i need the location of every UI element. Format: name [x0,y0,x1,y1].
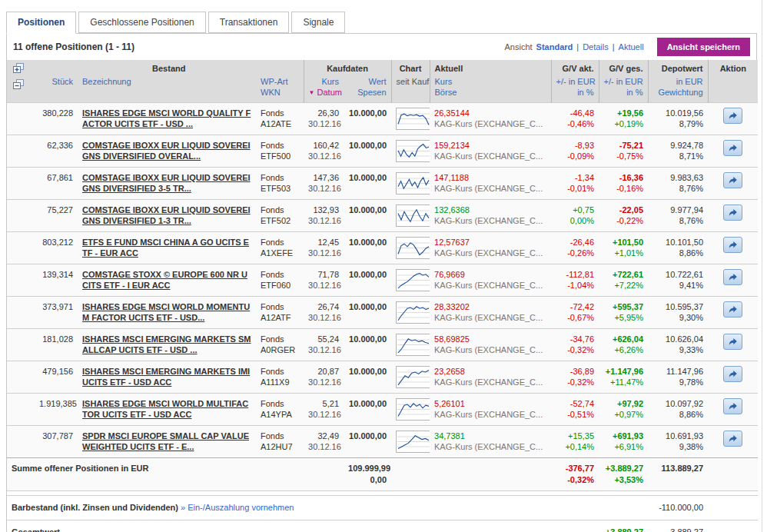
position-name-link[interactable]: COMSTAGE IBOXX EUR LIQUID SOVEREIGNS DIV… [82,204,251,226]
exchange-label: KAG-Kurs (EXCHANGE_C... [434,344,546,355]
sort-datum[interactable]: ▼ Datum [309,87,340,98]
depot-value: 10.722,61 [652,269,703,280]
position-wkn: A12HU7 [261,441,299,452]
row-icon-cell [7,168,35,200]
position-shares: 181,028 [35,329,78,361]
current-price: 132,6368 [434,204,546,215]
position-name-link[interactable]: ISHARES EDGE MSCI WORLD MULTIFACTOR UCIT… [82,398,251,420]
action-button[interactable] [723,172,742,188]
forward-arrow-icon [728,434,738,444]
gv-ges-pct: +11,47% [603,377,643,387]
view-details-link[interactable]: Details [583,42,609,52]
position-shares: 1.919,385 [35,394,78,426]
position-shares: 139,314 [35,264,78,297]
tab-transaktionen[interactable]: Transaktionen [208,12,290,33]
gv-akt-eur: -46,48 [556,108,594,118]
view-standard-link[interactable]: Standard [536,42,573,52]
gv-ges-eur: +19,56 [603,108,643,118]
position-wkn: A111X9 [261,377,299,387]
action-button[interactable] [723,237,742,253]
sort-desc-icon: ▼ [309,89,315,96]
depot-value: 10.626,04 [652,334,703,344]
col-stueck: Stück [39,76,73,87]
tab-geschlossene-positionen[interactable]: Geschlossene Positionen [78,12,205,33]
position-name-link[interactable]: ISHARES EDGE MSCI WORLD QUALITY FACTOR U… [82,108,251,129]
expand-all-icon[interactable] [13,63,30,74]
col-gvakt-eur: +/- in EUR [556,76,594,87]
summary-gv-ges-pct: +3,53% [603,474,643,486]
depot-value: 10.101,50 [652,237,703,248]
depot-weight: 9,33% [652,344,703,355]
action-button[interactable] [723,140,742,156]
gv-akt-pct: -0,32% [556,377,594,387]
position-row: 67,861 COMSTAGE IBOXX EUR LIQUID SOVEREI… [7,168,758,200]
sparkline-chart [396,237,431,259]
action-button[interactable] [723,108,742,124]
action-button[interactable] [723,204,742,221]
col-gewichtung: Gewichtung [653,87,703,98]
sparkline-chart [396,366,431,388]
position-row: 1.919,385 ISHARES EDGE MSCI WORLD MULTIF… [7,394,758,426]
position-name-link[interactable]: COMSTAGE STOXX © EUROPE 600 NR UCITS ETF… [82,269,251,291]
position-name-link[interactable]: ISHARES MSCI EMERGING MARKETS SMALLCAP U… [82,334,251,355]
tab-positionen[interactable]: Positionen [6,12,76,34]
action-button[interactable] [723,334,742,350]
view-aktuell-link[interactable]: Aktuell [619,42,644,52]
cash-transfer-link[interactable]: Ein-/Auszahlung vornehmen [188,503,294,512]
action-button[interactable] [723,366,742,382]
gv-ges-eur: +101,50 [603,237,643,248]
col-wp-art: WP-Art [261,76,299,87]
gv-ges-pct: +7,22% [603,280,643,291]
tab-signale[interactable]: Signale [291,12,345,33]
position-name-link[interactable]: ISHARES EDGE MSCI WORLD MOMENTUM FACTOR … [82,301,251,323]
position-name-link[interactable]: COMSTAGE IBOXX EUR LIQUID SOVEREIGNS DIV… [82,140,251,161]
position-row: 373,971 ISHARES EDGE MSCI WORLD MOMENTUM… [7,297,758,329]
summary-label: Summe offener Positionen in EUR [12,464,148,473]
gv-ges-eur: -16,36 [603,172,643,183]
buy-price: 20,87 [308,366,339,377]
buy-date: 30.12.16 [308,151,339,161]
position-row: 479,156 ISHARES MSCI EMERGING MARKETS IM… [7,361,758,394]
buy-date: 30.12.16 [308,183,339,194]
col-group-depotwert: Depotwert [648,60,708,75]
collapse-all-icon[interactable] [13,79,30,90]
gv-ges-pct: -0,22% [603,215,643,226]
position-name-link[interactable]: ISHARES MSCI EMERGING MARKETS IMI UCITS … [82,366,251,387]
buy-price: 12,45 [308,237,339,248]
action-button[interactable] [723,431,742,447]
col-depot-eur: in EUR [653,76,703,87]
positions-count: 11 offene Positionen (1 - 11) [13,42,134,52]
gv-ges-eur: +97,92 [603,398,643,409]
exchange-label: KAG-Kurs (EXCHANGE_C... [434,151,546,161]
gv-akt-eur: -8,93 [556,140,594,151]
col-bezeichnung: Bezeichnung [82,76,251,87]
position-row: 181,028 ISHARES MSCI EMERGING MARKETS SM… [7,329,758,361]
action-button[interactable] [723,301,742,318]
depot-value: 10.097,92 [652,398,703,409]
position-shares: 380,228 [35,103,78,135]
position-name-link[interactable]: SPDR MSCI EUROPE SMALL CAP VALUE WEIGHTE… [82,431,251,452]
buy-date: 30.12.16 [308,118,339,129]
buy-price: 5,21 [308,398,339,409]
position-shares: 479,156 [35,361,78,394]
total-row: Gesamtwert +3.889,27 3.889,27 [7,520,758,532]
forward-arrow-icon [728,304,738,314]
positions-tbody: 380,228 ISHARES EDGE MSCI WORLD QUALITY … [7,103,758,458]
position-wp-art: Fonds [261,140,299,151]
position-wp-art: Fonds [261,431,299,441]
position-wkn: A14YPA [261,409,299,420]
action-button[interactable] [723,269,742,285]
row-icon-cell [7,329,35,361]
buy-value: 10.000,00 [348,237,387,248]
save-view-button[interactable]: Ansicht speichern [657,38,750,56]
sparkline-chart [396,431,431,453]
separator: | [576,42,579,52]
position-wkn: ETF060 [261,280,299,291]
action-button[interactable] [723,398,742,414]
position-name-link[interactable]: COMSTAGE IBOXX EUR LIQUID SOVEREIGNS DIV… [82,172,251,194]
position-name-link[interactable]: ETFS E FUND MSCI CHINA A GO UCITS ETF - … [82,237,251,258]
depot-value: 10.595,37 [652,301,703,312]
buy-price: 32,49 [308,431,339,441]
position-wkn: A12ATF [261,312,299,323]
position-row: 307,787 SPDR MSCI EUROPE SMALL CAP VALUE… [7,426,758,458]
